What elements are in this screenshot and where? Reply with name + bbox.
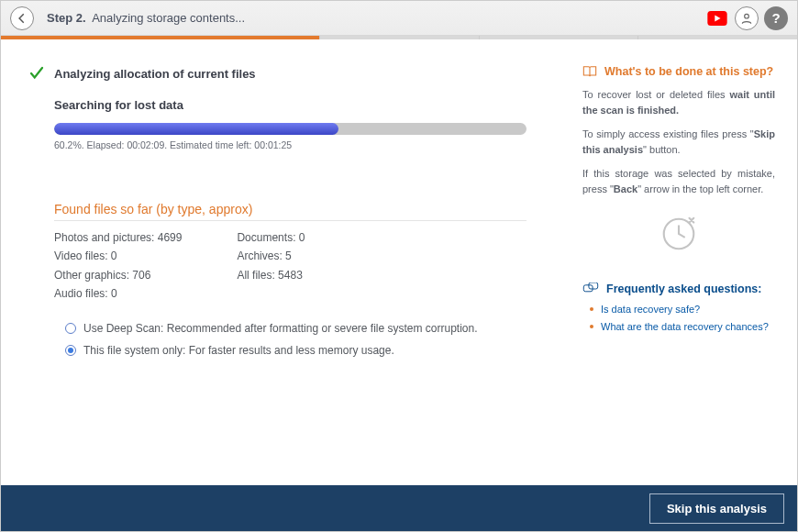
checkmark-icon xyxy=(28,65,45,82)
completed-step-row: Analyzing allocation of current files xyxy=(28,65,564,82)
book-icon xyxy=(582,65,597,78)
youtube-button[interactable] xyxy=(705,6,729,30)
file-stats: Photos and pictures: 4699 Video files: 0… xyxy=(54,228,564,304)
scan-progress-text: 60.2%. Elapsed: 00:02:09. Estimated time… xyxy=(54,139,564,150)
option-filesystem-only-label: This file system only: For faster result… xyxy=(83,344,394,357)
scan-progress-fill xyxy=(54,123,338,135)
main-left-panel: Analyzing allocation of current files Se… xyxy=(28,65,564,476)
info-paragraph-3: If this storage was selected by mistake,… xyxy=(582,166,775,196)
progress-stepper xyxy=(1,36,797,39)
skip-analysis-button[interactable]: Skip this analysis xyxy=(649,493,784,524)
faq-list: Is data recovery safe? What are the data… xyxy=(582,303,775,333)
svg-rect-3 xyxy=(583,285,593,292)
step-number: Step 2. xyxy=(47,11,86,25)
faq-heading: Frequently asked questions: xyxy=(582,283,775,295)
arrow-left-icon xyxy=(16,12,28,25)
footer-bar: Skip this analysis xyxy=(1,485,797,531)
faq-icon xyxy=(582,283,599,295)
stat-all-files: All files: 5483 xyxy=(237,266,305,284)
info-right-panel: What's to be done at this step? To recov… xyxy=(582,65,775,476)
stat-archives: Archives: 5 xyxy=(237,247,305,265)
radio-icon xyxy=(65,345,76,356)
info-paragraph-2: To simply access existing files press "S… xyxy=(582,127,775,157)
info-paragraph-1: To recover lost or deleted files wait un… xyxy=(582,87,775,117)
stat-photos: Photos and pictures: 4699 xyxy=(54,228,182,247)
header-bar: Step 2. Analyzing storage contents... ? xyxy=(1,1,797,36)
svg-point-1 xyxy=(745,14,749,18)
stat-documents: Documents: 0 xyxy=(237,228,305,247)
info-heading: What's to be done at this step? xyxy=(582,65,775,78)
user-icon xyxy=(740,12,753,25)
clock-icon xyxy=(658,213,700,255)
account-button[interactable] xyxy=(735,6,759,30)
faq-link-chances[interactable]: What are the data recovery chances? xyxy=(601,321,769,332)
help-icon: ? xyxy=(771,10,780,26)
waiting-clock-illustration xyxy=(582,213,775,255)
stat-audio: Audio files: 0 xyxy=(54,284,182,303)
stat-video: Video files: 0 xyxy=(54,247,182,265)
step-description: Analyzing storage contents... xyxy=(92,11,245,25)
radio-icon xyxy=(65,323,76,334)
back-button[interactable] xyxy=(10,6,34,30)
youtube-icon xyxy=(707,11,727,26)
scan-progress-bar xyxy=(54,123,526,135)
option-deep-scan-label: Use Deep Scan: Recommended after formatt… xyxy=(83,322,478,335)
help-button[interactable]: ? xyxy=(764,6,788,30)
step-title: Step 2. Analyzing storage contents... xyxy=(47,11,245,25)
found-files-heading: Found files so far (by type, approx) xyxy=(54,202,526,221)
faq-link-safety[interactable]: Is data recovery safe? xyxy=(601,304,700,315)
option-filesystem-only[interactable]: This file system only: For faster result… xyxy=(65,344,564,357)
svg-rect-4 xyxy=(589,283,598,289)
active-step-label: Searching for lost data xyxy=(54,98,564,112)
stat-other-graphics: Other graphics: 706 xyxy=(54,266,182,284)
option-deep-scan[interactable]: Use Deep Scan: Recommended after formatt… xyxy=(65,322,564,335)
completed-step-label: Analyzing allocation of current files xyxy=(54,67,256,81)
